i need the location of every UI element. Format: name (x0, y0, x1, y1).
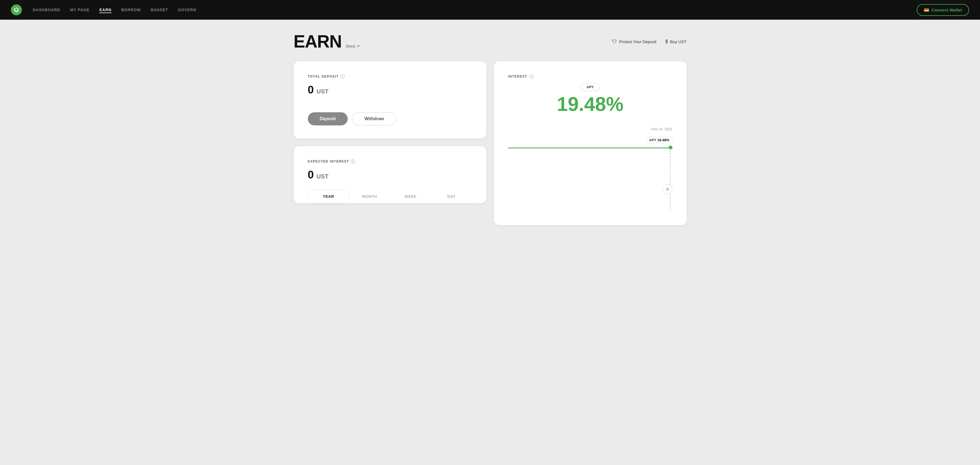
shield-icon: 🛡 (612, 39, 617, 45)
logo[interactable] (11, 4, 22, 15)
nav-govern[interactable]: GOVERN (178, 7, 196, 12)
chart-line (508, 147, 673, 149)
total-deposit-label: TOTAL DEPOSIT i (308, 74, 472, 79)
chart-container: Feb 24, 2022 APY 19.48% ⊙ (508, 127, 673, 206)
protect-deposit-button[interactable]: 🛡 Protect Your Deposit (612, 39, 657, 45)
nav-basset[interactable]: bASSET (151, 7, 168, 12)
expected-interest-value: 0 UST (308, 169, 472, 181)
period-tab-year[interactable]: YEAR (308, 190, 349, 203)
nav-earn[interactable]: EARN (99, 7, 111, 12)
chart-line-area (508, 139, 673, 156)
deposit-actions: Deposit Withdraw (308, 112, 472, 125)
apy-value: 19.48% (557, 94, 623, 114)
docs-link[interactable]: Docs ↗ (346, 44, 360, 49)
total-deposit-info-icon[interactable]: i (340, 74, 345, 79)
interest-header: INTEREST i (508, 74, 673, 79)
header-actions: 🛡 Protect Your Deposit $ Buy UST (612, 39, 687, 45)
total-deposit-card: TOTAL DEPOSIT i 0 UST Deposit Withdraw (294, 61, 486, 139)
apy-badge: APY (581, 83, 600, 91)
page-title: EARN (294, 33, 342, 50)
content-grid: TOTAL DEPOSIT i 0 UST Deposit Withdraw E… (294, 61, 687, 225)
page-header: EARN Docs ↗ 🛡 Protect Your Deposit $ Buy… (294, 33, 687, 50)
page-title-area: EARN Docs ↗ (294, 33, 360, 50)
external-link-icon: ↗ (356, 44, 360, 49)
nav-mypage[interactable]: MY PAGE (70, 7, 89, 12)
wallet-icon: 💳 (924, 7, 929, 13)
expected-interest-label: EXPECTED INTEREST i (308, 159, 472, 164)
nav-borrow[interactable]: BORROW (121, 7, 141, 12)
chart-expand-button[interactable]: ⊙ (663, 184, 673, 194)
interest-card: INTEREST i APY 19.48% Feb 24, 2022 APY 1… (494, 61, 687, 225)
expected-interest-info-icon[interactable]: i (351, 159, 355, 164)
period-tab-week[interactable]: WEEK (390, 190, 431, 203)
chart-dot (669, 145, 673, 149)
chart-date: Feb 24, 2022 (508, 127, 673, 131)
period-tab-day[interactable]: DAY (431, 190, 472, 203)
period-tabs: YEAR MONTH WEEK DAY (308, 190, 472, 203)
dollar-circle-icon: $ (665, 39, 668, 45)
connect-wallet-button[interactable]: 💳 Connect Wallet (917, 4, 969, 16)
main-content: EARN Docs ↗ 🛡 Protect Your Deposit $ Buy… (272, 20, 708, 238)
deposit-button[interactable]: Deposit (308, 112, 348, 125)
withdraw-button[interactable]: Withdraw (352, 112, 396, 125)
period-tab-month[interactable]: MONTH (349, 190, 390, 203)
apy-display: APY 19.48% (508, 83, 673, 114)
navbar: DASHBOARD MY PAGE EARN BORROW bASSET GOV… (0, 0, 980, 20)
total-deposit-value: 0 UST (308, 84, 472, 96)
expected-interest-card: EXPECTED INTEREST i 0 UST YEAR MONTH WEE… (294, 146, 486, 203)
buy-ust-button[interactable]: $ Buy UST (665, 39, 686, 45)
nav-links: DASHBOARD MY PAGE EARN BORROW bASSET GOV… (33, 7, 917, 12)
left-column: TOTAL DEPOSIT i 0 UST Deposit Withdraw E… (294, 61, 486, 225)
nav-dashboard[interactable]: DASHBOARD (33, 7, 60, 12)
interest-info-icon[interactable]: i (530, 74, 534, 79)
